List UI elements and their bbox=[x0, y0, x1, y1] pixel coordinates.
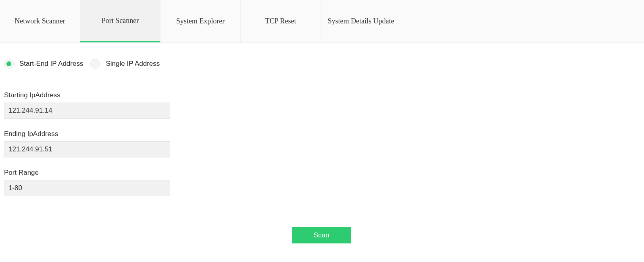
port-range-input[interactable] bbox=[4, 180, 170, 196]
radio-label: Single IP Address bbox=[106, 60, 160, 68]
actions-row: Scan bbox=[4, 227, 351, 243]
radio-single-ip[interactable]: Single IP Address bbox=[90, 59, 160, 69]
tab-port-scanner[interactable]: Port Scanner bbox=[80, 0, 160, 42]
ending-ip-field-group: Ending IpAddress bbox=[4, 130, 347, 157]
ip-mode-radio-group: Start-End IP Address Single IP Address bbox=[4, 59, 347, 69]
ending-ip-label: Ending IpAddress bbox=[4, 130, 347, 138]
radio-start-end-ip[interactable]: Start-End IP Address bbox=[4, 59, 83, 69]
starting-ip-input[interactable] bbox=[4, 103, 170, 119]
port-scanner-panel: Start-End IP Address Single IP Address S… bbox=[0, 43, 351, 252]
starting-ip-label: Starting IpAddress bbox=[4, 91, 347, 99]
radio-dot-icon bbox=[90, 59, 100, 69]
tab-network-scanner[interactable]: Network Scanner bbox=[0, 0, 80, 42]
radio-label: Start-End IP Address bbox=[19, 60, 83, 68]
tab-tcp-reset[interactable]: TCP Reset bbox=[241, 0, 321, 42]
starting-ip-field-group: Starting IpAddress bbox=[4, 91, 347, 119]
radio-dot-icon bbox=[4, 59, 14, 69]
scan-button[interactable]: Scan bbox=[292, 227, 351, 243]
tab-bar: Network Scanner Port Scanner System Expl… bbox=[0, 0, 644, 43]
port-range-label: Port Range bbox=[4, 169, 347, 177]
divider bbox=[4, 211, 351, 211]
tab-system-details-update[interactable]: System Details Update bbox=[321, 0, 401, 42]
port-range-field-group: Port Range bbox=[4, 169, 347, 196]
ending-ip-input[interactable] bbox=[4, 141, 170, 157]
tab-system-explorer[interactable]: System Explorer bbox=[160, 0, 241, 42]
